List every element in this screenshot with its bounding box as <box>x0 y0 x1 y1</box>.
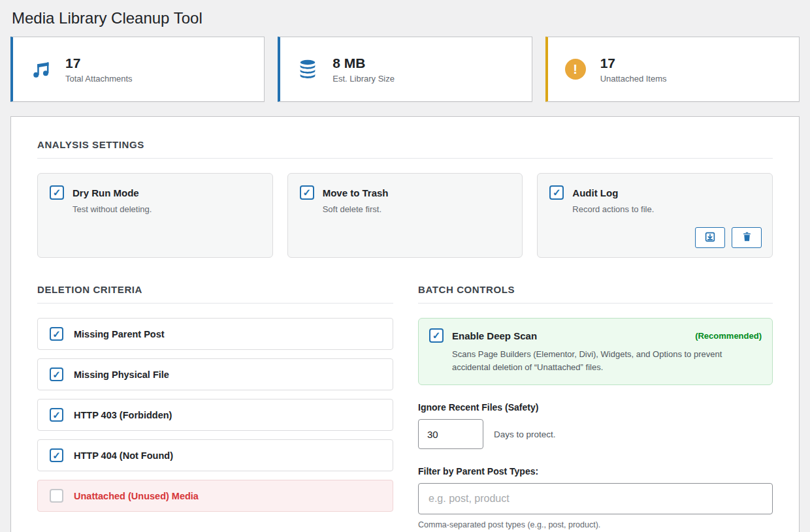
stat-value: 17 <box>600 55 667 71</box>
days-to-protect-suffix: Days to protect. <box>494 430 556 439</box>
post-types-help: Comma-separated post types (e.g., post, … <box>418 520 773 529</box>
move-to-trash-checkbox[interactable] <box>300 185 314 200</box>
deep-scan-panel: Enable Deep Scan (Recommended) Scans Pag… <box>418 318 773 385</box>
stat-label: Total Attachments <box>65 74 133 84</box>
download-log-button[interactable] <box>695 227 725 248</box>
criteria-checkbox[interactable] <box>50 408 63 422</box>
deletion-criteria-heading: DELETION CRITERIA <box>37 284 393 304</box>
option-description: Record actions to file. <box>572 204 760 214</box>
option-label: Audit Log <box>572 187 618 198</box>
download-icon <box>704 231 716 245</box>
option-label: Move to Trash <box>323 187 389 198</box>
criteria-http-403[interactable]: HTTP 403 (Forbidden) <box>37 399 393 431</box>
analysis-options-row: Dry Run Mode Test without deleting. Move… <box>37 173 773 258</box>
recommended-badge: (Recommended) <box>695 331 762 341</box>
post-types-input[interactable] <box>418 483 773 514</box>
criteria-http-404[interactable]: HTTP 404 (Not Found) <box>37 439 393 471</box>
page-title: Media Library Cleanup Tool <box>12 9 800 27</box>
criteria-checkbox[interactable] <box>50 448 63 462</box>
option-description: Test without deleting. <box>73 204 261 214</box>
criteria-checkbox[interactable] <box>50 327 63 341</box>
stats-row: 17 Total Attachments 8 MB Est. Library S… <box>10 37 800 102</box>
clear-log-button[interactable] <box>732 227 762 248</box>
database-icon <box>295 56 321 82</box>
criteria-label: HTTP 403 (Forbidden) <box>74 410 172 420</box>
main-panel: ANALYSIS SETTINGS Dry Run Mode Test with… <box>10 116 800 532</box>
stat-card-library-size: 8 MB Est. Library Size <box>278 37 532 102</box>
criteria-label: Unattached (Unused) Media <box>74 491 199 501</box>
option-card-audit-log: Audit Log Record actions to file. <box>537 173 773 258</box>
deep-scan-label: Enable Deep Scan <box>452 330 537 341</box>
audit-log-checkbox[interactable] <box>549 185 564 200</box>
deletion-criteria-section: DELETION CRITERIA Missing Parent Post Mi… <box>37 284 393 520</box>
criteria-label: Missing Physical File <box>74 369 169 380</box>
stat-value: 17 <box>65 55 133 71</box>
batch-controls-heading: BATCH CONTROLS <box>418 284 773 304</box>
stat-label: Est. Library Size <box>332 74 395 84</box>
page: Media Library Cleanup Tool 17 Total Atta… <box>0 0 810 532</box>
audit-log-buttons <box>695 227 762 248</box>
stat-card-unattached-items: ! 17 Unattached Items <box>545 37 800 102</box>
media-note-icon <box>27 56 54 82</box>
criteria-missing-parent-post[interactable]: Missing Parent Post <box>37 318 393 350</box>
criteria-label: HTTP 404 (Not Found) <box>74 450 173 461</box>
deep-scan-description: Scans Page Builders (Elementor, Divi), W… <box>452 348 762 374</box>
warning-icon: ! <box>562 56 589 82</box>
trash-icon <box>741 231 753 244</box>
batch-controls-section: BATCH CONTROLS Enable Deep Scan (Recomme… <box>418 284 773 529</box>
criteria-checkbox[interactable] <box>50 368 63 381</box>
criteria-missing-physical-file[interactable]: Missing Physical File <box>37 358 393 390</box>
option-description: Soft delete first. <box>323 204 511 214</box>
ignore-recent-label: Ignore Recent Files (Safety) <box>418 402 773 413</box>
stat-value: 8 MB <box>332 55 395 71</box>
days-to-protect-input[interactable] <box>418 419 483 449</box>
criteria-label: Missing Parent Post <box>74 329 165 339</box>
stat-label: Unattached Items <box>600 74 667 84</box>
option-card-dry-run: Dry Run Mode Test without deleting. <box>37 173 273 258</box>
analysis-settings-heading: ANALYSIS SETTINGS <box>37 139 773 159</box>
dry-run-checkbox[interactable] <box>50 185 64 200</box>
stat-card-total-attachments: 17 Total Attachments <box>10 37 265 102</box>
option-label: Dry Run Mode <box>73 187 139 198</box>
criteria-checkbox[interactable] <box>50 489 63 503</box>
criteria-unattached-media[interactable]: Unattached (Unused) Media <box>37 480 393 512</box>
post-types-label: Filter by Parent Post Types: <box>418 466 773 477</box>
option-card-move-to-trash: Move to Trash Soft delete first. <box>287 173 523 258</box>
deep-scan-checkbox[interactable] <box>429 328 444 343</box>
